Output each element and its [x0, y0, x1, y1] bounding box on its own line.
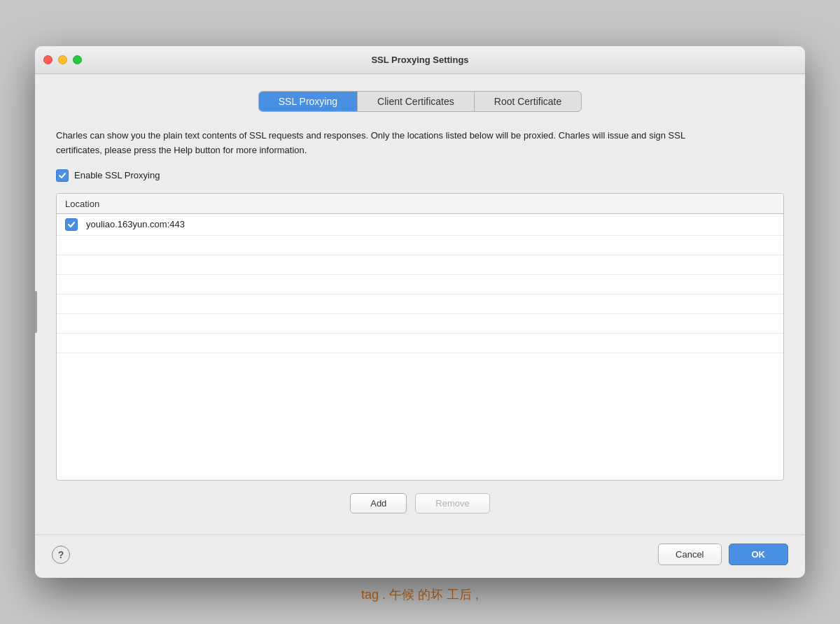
ok-button[interactable]: OK	[729, 544, 789, 565]
enable-ssl-checkbox-row[interactable]: Enable SSL Proxying	[56, 169, 784, 182]
footer-actions: Cancel OK	[658, 544, 788, 565]
empty-row	[57, 236, 783, 255]
empty-row	[57, 334, 783, 353]
background-text: tag . 午候 的坏 工后 ,	[361, 586, 479, 603]
tab-bar: SSL Proxying Client Certificates Root Ce…	[56, 91, 784, 112]
dialog-window: SSL Proxying Settings SSL Proxying Clien…	[35, 46, 805, 578]
titlebar: SSL Proxying Settings	[35, 46, 805, 74]
sidebar-hint	[35, 291, 37, 333]
row-checkmark-icon	[67, 220, 76, 229]
table-header: Location	[57, 194, 783, 214]
dialog-content: SSL Proxying Client Certificates Root Ce…	[35, 74, 805, 534]
table-row[interactable]: youliao.163yun.com:443	[57, 214, 783, 236]
tab-ssl-proxying[interactable]: SSL Proxying	[259, 92, 358, 111]
add-remove-buttons: Add Remove	[56, 493, 784, 513]
empty-row	[57, 353, 783, 373]
cancel-button[interactable]: Cancel	[658, 544, 721, 565]
minimize-button[interactable]	[58, 55, 67, 64]
empty-row	[57, 295, 783, 314]
window-title: SSL Proxying Settings	[371, 55, 468, 65]
checkmark-icon	[58, 171, 66, 180]
enable-ssl-checkbox[interactable]	[56, 169, 69, 182]
traffic-lights	[43, 55, 82, 64]
close-button[interactable]	[43, 55, 52, 64]
locations-table: Location youliao.163yun.com:443	[56, 193, 784, 481]
location-value: youliao.163yun.com:443	[86, 219, 185, 229]
tab-root-certificate[interactable]: Root Certificate	[475, 92, 581, 111]
remove-button[interactable]: Remove	[415, 493, 489, 513]
empty-rows	[57, 236, 783, 373]
tab-client-certificates[interactable]: Client Certificates	[358, 92, 475, 111]
enable-ssl-label: Enable SSL Proxying	[74, 170, 160, 180]
row-checkbox[interactable]	[65, 218, 78, 231]
help-button[interactable]: ?	[52, 546, 70, 564]
location-column-header: Location	[65, 199, 99, 209]
empty-row	[57, 314, 783, 334]
empty-row	[57, 275, 783, 295]
empty-row	[57, 255, 783, 275]
add-button[interactable]: Add	[350, 493, 407, 513]
description-text: Charles can show you the plain text cont…	[56, 129, 728, 158]
maximize-button[interactable]	[73, 55, 82, 64]
tab-group: SSL Proxying Client Certificates Root Ce…	[258, 91, 582, 112]
dialog-footer: ? Cancel OK	[35, 534, 805, 578]
